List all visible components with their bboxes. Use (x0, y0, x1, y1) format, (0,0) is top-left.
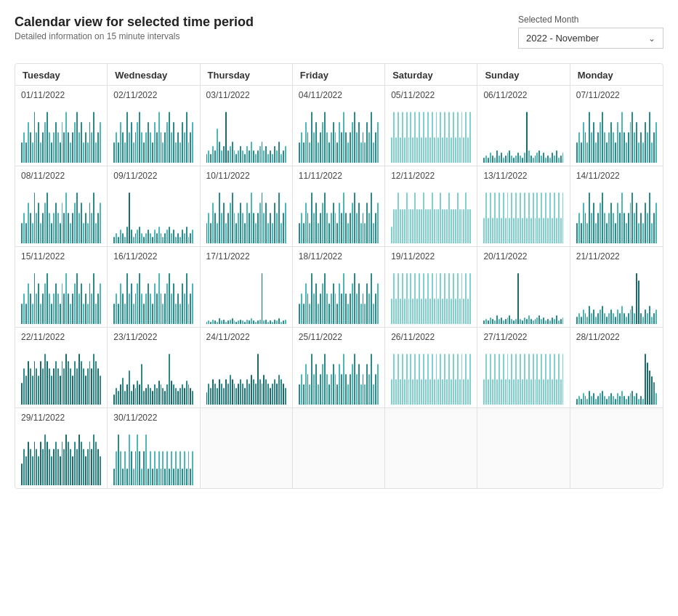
calendar-cell[interactable]: 10/11/2022 (201, 166, 293, 246)
calendar-cell[interactable]: 17/11/2022 (201, 247, 293, 327)
chart-bar (333, 283, 334, 324)
chart-bar (453, 112, 454, 163)
chart-bar (311, 354, 312, 405)
calendar-cell[interactable]: 25/11/2022 (293, 328, 385, 408)
calendar-cell[interactable]: 16/11/2022 (108, 247, 200, 327)
calendar-cell[interactable]: 01/11/2022 (15, 86, 108, 166)
chart-bar (173, 283, 174, 324)
chart-bar (32, 376, 33, 405)
calendar-cell[interactable]: 22/11/2022 (15, 328, 108, 408)
chart-bar (437, 299, 439, 324)
calendar-cell[interactable]: 12/11/2022 (385, 166, 477, 246)
calendar-cell[interactable]: 20/11/2022 (477, 247, 570, 327)
chart-bar (139, 273, 140, 324)
chart-bar (414, 354, 416, 405)
chart-bar (647, 132, 648, 163)
chart-bar (522, 158, 523, 163)
chart-bar (455, 209, 456, 243)
chart-bar (129, 132, 130, 163)
chart-bar (169, 354, 170, 405)
chart-bar (309, 142, 310, 163)
chart-bar (373, 384, 374, 405)
chart-bar (429, 299, 431, 324)
chart-bar (25, 223, 27, 243)
calendar-cell[interactable]: 27/11/2022 (477, 328, 570, 408)
calendar-cell[interactable]: 24/11/2022 (201, 328, 293, 408)
chart-bar (448, 354, 450, 405)
calendar-cell[interactable]: 19/11/2022 (385, 247, 477, 327)
calendar-cell[interactable]: 13/11/2022 (477, 166, 570, 246)
chart-bar (72, 293, 73, 324)
cell-chart (206, 345, 286, 405)
chart-bar (311, 192, 312, 243)
calendar-cell[interactable]: 09/11/2022 (108, 166, 200, 246)
calendar-cell[interactable]: 29/11/2022 (15, 408, 108, 488)
chart-bar (461, 354, 463, 405)
calendar-cell[interactable]: 06/11/2022 (477, 86, 570, 166)
calendar-cell[interactable]: 21/11/2022 (570, 247, 663, 327)
calendar-cell[interactable]: 08/11/2022 (15, 166, 108, 246)
chart-bar (586, 317, 588, 324)
chart-bar (232, 142, 233, 163)
chart-bar (219, 318, 220, 324)
calendar-cell[interactable]: 30/11/2022 (108, 408, 200, 488)
chart-bar (543, 379, 544, 405)
chart-bar (326, 293, 328, 324)
chart-bar (190, 293, 191, 324)
chart-bar (299, 384, 300, 405)
month-dropdown[interactable]: 2022 - November ⌄ (518, 28, 663, 49)
calendar-cell[interactable]: 28/11/2022 (570, 328, 663, 408)
chart-bar (30, 132, 31, 163)
chart-bar (214, 150, 216, 163)
chart-bar (538, 218, 540, 243)
chart-bar (38, 203, 39, 243)
calendar-cell[interactable]: 07/11/2022 (570, 86, 663, 166)
chart-bar (169, 227, 170, 243)
chart-bar (253, 379, 254, 405)
chart-bar (278, 192, 280, 243)
chart-bar (535, 379, 536, 405)
chart-bar (631, 192, 633, 243)
calendar-cell[interactable]: 04/11/2022 (293, 86, 385, 166)
chart-bar (640, 396, 642, 405)
calendar-cell[interactable]: 14/11/2022 (570, 166, 663, 246)
cell-chart (576, 103, 657, 163)
chart-bar (55, 122, 57, 163)
chart-bar (457, 273, 459, 324)
chart-bar (578, 213, 580, 243)
chart-bar (496, 150, 498, 163)
chart-bar (36, 213, 37, 243)
chart-bar (615, 142, 616, 163)
chart-bar (375, 132, 376, 163)
calendar-cell[interactable]: 26/11/2022 (385, 328, 477, 408)
chart-bar (251, 192, 252, 243)
calendar-cell[interactable]: 11/11/2022 (293, 166, 385, 246)
chart-bar (404, 379, 405, 405)
chart-bar (135, 388, 137, 405)
calendar-cell[interactable]: 23/11/2022 (108, 328, 200, 408)
chart-bar (617, 309, 618, 324)
chart-bar (589, 391, 590, 405)
chart-bar (621, 306, 623, 324)
chart-bar (129, 434, 130, 485)
calendar-cell[interactable]: 15/11/2022 (15, 247, 108, 327)
chart-bar (451, 299, 452, 324)
cell-chart (391, 264, 471, 324)
chart-bar (81, 361, 82, 405)
calendar-cell[interactable]: 05/11/2022 (385, 86, 477, 166)
chart-bar (326, 132, 328, 163)
calendar-cell[interactable]: 02/11/2022 (108, 86, 200, 166)
chart-bar (377, 283, 379, 324)
chart-bar (219, 192, 220, 243)
chart-bar (214, 213, 216, 243)
chart-bar (91, 132, 92, 163)
chart-bar (324, 112, 326, 163)
chart-bar (628, 396, 629, 405)
calendar-cell[interactable]: 18/11/2022 (293, 247, 385, 327)
chart-bar (585, 132, 586, 163)
calendar-cell[interactable]: 03/11/2022 (201, 86, 293, 166)
chart-bar (634, 396, 635, 405)
chart-bar (186, 112, 187, 163)
chart-bar (352, 203, 353, 243)
chart-bar (651, 376, 653, 405)
